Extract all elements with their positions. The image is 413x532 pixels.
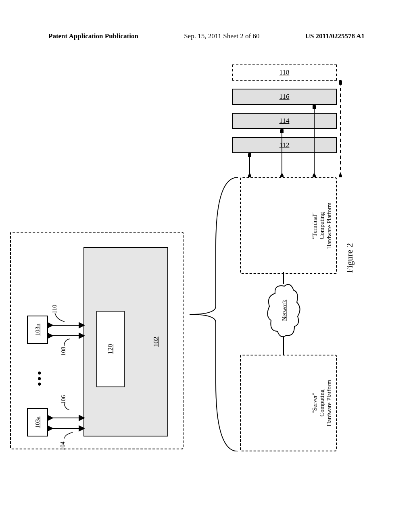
label-102: 102 <box>152 337 160 347</box>
terminal-platform-box: "Terminal" Computing Hardware Platform <box>240 177 337 274</box>
server-platform-box: "Server" Computing Hardware Platform <box>240 355 337 451</box>
line-server-cloud <box>282 337 285 355</box>
slab-118: 118 <box>232 64 337 81</box>
page-header: Patent Application Publication Sep. 15, … <box>0 32 413 40</box>
slab-112: 112 <box>232 137 337 153</box>
arrow-terminal-114 <box>280 128 284 177</box>
arrow-103a-102 <box>48 413 85 433</box>
ref-108: 108 <box>60 347 67 356</box>
box-103a: 103a <box>27 408 48 436</box>
header-right: US 2011/0225578 A1 <box>305 32 365 40</box>
server-label-text: "Server" Computing Hardware Platform <box>311 379 333 427</box>
arrow-terminal-116 <box>313 104 316 177</box>
arrow-terminal-112 <box>248 152 251 177</box>
block-102: 102 120 <box>83 247 168 436</box>
terminal-label: "Terminal" Computing Hardware Platform <box>311 202 333 249</box>
slab-114: 114 <box>232 113 337 129</box>
header-left: Patent Application Publication <box>48 32 138 40</box>
box-103n: 103n <box>27 316 48 344</box>
leadline-106 <box>63 400 71 410</box>
block-120: 120 <box>96 311 125 387</box>
terminal-label-text: "Terminal" Computing Hardware Platform <box>311 202 333 249</box>
arrow-103n-102 <box>48 320 85 341</box>
ref-104: 104 <box>59 442 66 451</box>
lower-row: "Server" Computing Hardware Platform Net… <box>228 129 341 387</box>
slab-116-label: 116 <box>280 93 290 101</box>
network-label: Network <box>281 300 288 321</box>
slab-116: 116 <box>232 89 337 105</box>
arrow-terminal-118 <box>339 80 342 177</box>
server-label: "Server" Computing Hardware Platform <box>311 379 333 427</box>
diagram: 103a 103n ••• 104 106 108 110 102 120 <box>26 129 341 387</box>
slab-114-label: 114 <box>280 117 290 125</box>
figure-caption: Figure 2 <box>344 243 355 273</box>
ellipsis-icon: ••• <box>33 370 46 386</box>
slab-118-label: 118 <box>280 69 290 77</box>
upper-dashed-container: 103a 103n ••• 104 106 108 110 102 120 <box>10 232 184 449</box>
header-center: Sep. 15, 2011 Sheet 2 of 60 <box>184 32 259 40</box>
network-cloud-icon: Network <box>266 282 302 339</box>
